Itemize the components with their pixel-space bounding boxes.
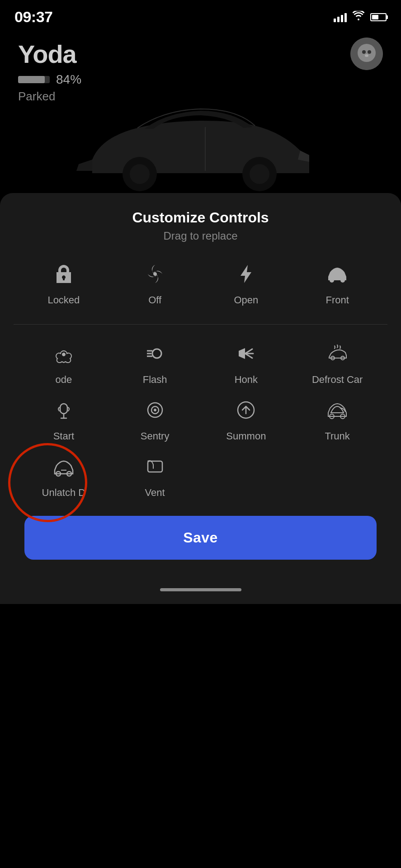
flash-icon [144,343,166,368]
control-honk-label: Honk [235,374,258,386]
available-controls: ode Flash Honk [14,338,387,503]
home-indicator [14,578,387,604]
fan-icon [144,263,166,288]
control-unlatch-label: Unlatch D [42,487,86,499]
control-summon-label: Summon [226,430,266,442]
status-icons [334,11,387,24]
svg-rect-21 [60,404,67,414]
battery-row: 84% [18,72,383,87]
defrost-icon [326,343,348,368]
biohazard-icon [53,343,75,368]
panel-subtitle: Drag to replace [14,230,387,242]
save-button[interactable]: Save [24,516,377,560]
control-sentry[interactable]: Sentry [109,395,201,447]
control-open-label: Open [234,294,258,306]
panel-title: Customize Controls [14,209,387,226]
control-mode[interactable]: ode [18,338,109,390]
control-open[interactable]: Open [201,259,292,311]
control-fan-label: Off [148,294,161,306]
frunk-icon [326,263,348,288]
control-defrost[interactable]: Defrost Car [292,338,383,390]
svg-point-13 [330,278,334,283]
unlatch-icon [53,456,75,481]
svg-point-24 [154,409,156,411]
control-trunk[interactable]: Trunk [292,395,383,447]
svg-rect-30 [148,461,162,472]
control-defrost-label: Defrost Car [312,374,363,386]
control-flash-label: Flash [143,374,167,386]
svg-point-4 [362,50,366,54]
trunk-icon [326,399,348,424]
control-flash[interactable]: Flash [109,338,201,390]
control-sentry-label: Sentry [141,430,170,442]
status-time: 09:37 [14,8,52,26]
svg-point-6 [365,54,368,57]
status-bar: 09:37 [0,0,401,30]
lock-icon [53,263,75,288]
battery-percent: 84% [56,72,81,87]
honk-icon [235,343,257,368]
start-icon [53,399,75,424]
control-start-label: Start [53,430,74,442]
control-locked[interactable]: Locked [18,259,109,311]
car-silhouette [65,101,336,193]
control-front-label: Front [326,294,349,306]
control-vent-label: Vent [145,487,165,499]
sentry-icon [144,399,166,424]
control-vent[interactable]: Vent [109,451,201,503]
customize-panel: Customize Controls Drag to replace Locke… [0,193,401,604]
svg-marker-12 [241,265,251,283]
available-controls-grid: ode Flash Honk [18,338,383,503]
svg-point-8 [130,164,150,184]
control-front[interactable]: Front [292,259,383,311]
car-header: Yoda 84% Parked [0,30,401,193]
svg-point-10 [250,164,269,184]
battery-bar [18,76,50,83]
control-trunk-label: Trunk [325,430,349,442]
avatar[interactable] [350,38,383,70]
active-controls-grid: Locked Off Open Front [14,259,387,325]
svg-point-15 [152,349,161,358]
wifi-icon [352,11,365,24]
battery-icon [370,13,387,21]
control-mode-label: ode [56,374,72,386]
control-honk[interactable]: Honk [201,338,292,390]
control-summon[interactable]: Summon [201,395,292,447]
control-unlatch[interactable]: Unlatch D [18,451,109,503]
summon-icon [235,399,257,424]
car-name: Yoda [18,39,383,69]
control-locked-label: Locked [47,294,80,306]
svg-point-5 [368,50,371,54]
signal-icon [334,12,347,22]
bolt-icon [235,263,257,288]
save-button-container: Save [14,503,387,578]
svg-point-14 [340,278,345,283]
control-start[interactable]: Start [18,395,109,447]
vent-icon [144,456,166,481]
control-fan[interactable]: Off [109,259,201,311]
svg-point-1 [358,44,376,62]
home-bar [160,588,241,591]
